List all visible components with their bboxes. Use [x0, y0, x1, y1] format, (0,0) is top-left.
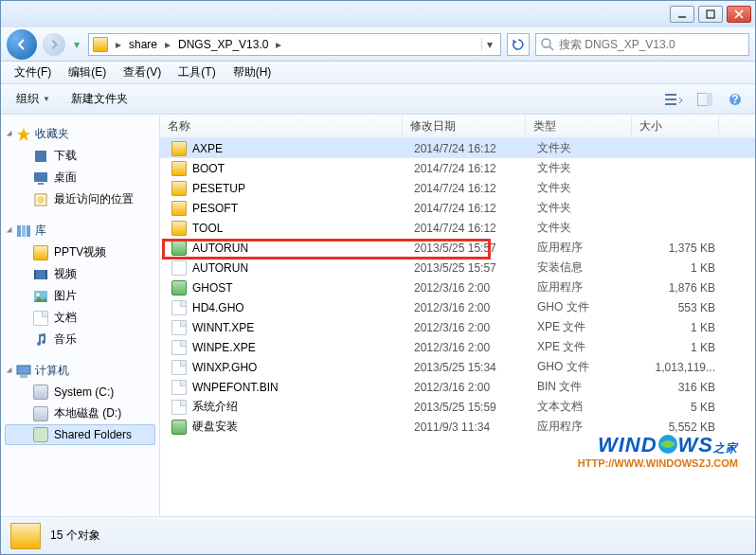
toolbar: 组织▼ 新建文件夹 ? [1, 84, 755, 115]
close-button[interactable] [727, 6, 751, 23]
cell-name: GHOST [164, 280, 406, 295]
computer-icon [16, 364, 31, 379]
file-row[interactable]: WINPE.XPE2012/3/16 2:00XPE 文件1 KB [160, 337, 755, 357]
explorer-window: ▾ ▸ share ▸ DNGS_XP_V13.0 ▸ ▾ 文件(F) 编辑(E… [0, 0, 756, 555]
file-row[interactable]: BOOT2014/7/24 16:12文件夹 [160, 158, 755, 178]
breadcrumb-seg-share[interactable]: share [123, 36, 163, 53]
file-row[interactable]: WNPEFONT.BIN2012/3/16 2:00BIN 文件316 KB [160, 377, 755, 397]
back-button[interactable] [7, 29, 37, 60]
history-dropdown[interactable]: ▾ [71, 38, 82, 51]
file-name: BOOT [192, 162, 225, 175]
maximize-button[interactable] [698, 6, 723, 23]
cell-type: 应用程序 [530, 240, 636, 256]
column-size[interactable]: 大小 [632, 116, 719, 137]
file-name: AUTORUN [192, 261, 248, 275]
file-row[interactable]: WINXP.GHO2013/5/25 15:34GHO 文件1,013,119.… [160, 357, 755, 377]
file-row[interactable]: HD4.GHO2012/3/16 2:00GHO 文件553 KB [160, 297, 755, 317]
sidebar-item-drive-c[interactable]: System (C:) [5, 382, 155, 403]
cell-date: 2014/7/24 16:12 [406, 202, 530, 215]
svg-rect-7 [665, 98, 676, 100]
sidebar-header-libraries[interactable]: 库 [5, 220, 155, 242]
file-row[interactable]: AXPE2014/7/24 16:12文件夹 [160, 138, 755, 158]
sidebar-item-documents[interactable]: 文档 [5, 307, 155, 329]
menu-tools[interactable]: 工具(T) [171, 62, 223, 83]
file-row[interactable]: GHOST2012/3/16 2:00应用程序1,876 KB [160, 278, 755, 297]
sidebar-header-computer[interactable]: 计算机 [5, 360, 155, 382]
svg-point-4 [542, 39, 550, 47]
file-row[interactable]: 硬盘安装2011/9/3 11:34应用程序5,552 KB [160, 417, 755, 437]
organize-button[interactable]: 组织▼ [9, 87, 58, 111]
sidebar-item-shared-folders[interactable]: Shared Folders [5, 424, 155, 445]
column-name[interactable]: 名称 [160, 116, 403, 137]
cell-name: PESETUP [164, 181, 406, 196]
new-folder-button[interactable]: 新建文件夹 [63, 87, 135, 111]
menu-help[interactable]: 帮助(H) [225, 62, 279, 83]
breadcrumb-root-chevron[interactable]: ▸ [114, 36, 123, 53]
chevron-down-icon: ▼ [43, 95, 50, 103]
navigation-bar: ▾ ▸ share ▸ DNGS_XP_V13.0 ▸ ▾ [1, 27, 755, 62]
disk-icon [33, 385, 48, 400]
menu-view[interactable]: 查看(V) [116, 62, 169, 83]
column-type[interactable]: 类型 [526, 116, 632, 137]
cell-name: AUTORUN [164, 260, 406, 276]
cell-type: 文件夹 [530, 200, 636, 216]
cell-type: 应用程序 [530, 279, 636, 295]
window-titlebar [1, 1, 755, 27]
newfolder-label: 新建文件夹 [71, 91, 128, 107]
sidebar-group-libraries: 库 PPTV视频 视频 图片 文档 音乐 [5, 220, 155, 350]
help-button[interactable]: ? [723, 89, 747, 110]
sidebar-item-videos[interactable]: 视频 [5, 263, 155, 285]
picture-icon [33, 289, 48, 304]
sidebar-label: 计算机 [35, 363, 69, 379]
preview-pane-button[interactable] [693, 89, 717, 110]
file-row[interactable]: 系统介绍2013/5/25 15:59文本文档5 KB [160, 397, 755, 417]
svg-rect-23 [45, 270, 47, 279]
sidebar-item-downloads[interactable]: 下载 [5, 145, 155, 167]
sidebar-header-favorites[interactable]: 收藏夹 [5, 123, 155, 145]
file-row[interactable]: PESOFT2014/7/24 16:12文件夹 [160, 198, 755, 218]
sidebar-item-music[interactable]: 音乐 [5, 329, 155, 350]
address-bar[interactable]: ▸ share ▸ DNGS_XP_V13.0 ▸ ▾ [88, 33, 501, 56]
svg-rect-27 [20, 375, 27, 378]
search-input[interactable] [559, 38, 745, 51]
watermark-url: HTTP://WWW.WINDOWSZJ.COM [578, 457, 738, 469]
cell-type: 文件夹 [530, 140, 636, 156]
sidebar-item-pptv[interactable]: PPTV视频 [5, 242, 155, 263]
column-date[interactable]: 修改日期 [403, 116, 526, 137]
cell-date: 2012/3/16 2:00 [406, 341, 530, 354]
svg-point-25 [36, 293, 40, 296]
search-box[interactable] [535, 33, 749, 56]
address-dropdown[interactable]: ▾ [481, 38, 496, 51]
breadcrumb: ▸ share ▸ DNGS_XP_V13.0 ▸ [114, 36, 476, 53]
status-text: 15 个对象 [50, 528, 100, 544]
chevron-right-icon[interactable]: ▸ [274, 36, 283, 53]
sidebar-item-desktop[interactable]: 桌面 [5, 167, 155, 188]
sidebar-item-drive-d[interactable]: 本地磁盘 (D:) [5, 403, 155, 424]
view-options-button[interactable] [662, 89, 687, 110]
file-list[interactable]: AXPE2014/7/24 16:12文件夹BOOT2014/7/24 16:1… [160, 138, 755, 516]
cell-name: PESOFT [164, 201, 406, 216]
file-name: WINNT.XPE [192, 321, 254, 334]
cell-date: 2014/7/24 16:12 [406, 222, 530, 235]
cell-type: 安装信息 [530, 260, 636, 276]
view-icon [665, 93, 684, 106]
file-row[interactable]: PESETUP2014/7/24 16:12文件夹 [160, 178, 755, 198]
svg-rect-15 [38, 183, 44, 185]
file-row[interactable]: WINNT.XPE2012/3/16 2:00XPE 文件1 KB [160, 317, 755, 337]
file-row[interactable]: AUTORUN2013/5/25 15:57安装信息1 KB [160, 258, 755, 278]
file-row[interactable]: AUTORUN2013/5/25 15:57应用程序1,375 KB [160, 238, 755, 258]
file-row[interactable]: TOOL2014/7/24 16:12文件夹 [160, 218, 755, 238]
menu-file[interactable]: 文件(F) [7, 62, 59, 83]
cell-date: 2012/3/16 2:00 [406, 301, 530, 314]
sidebar-item-recent[interactable]: 最近访问的位置 [5, 188, 155, 210]
minimize-button[interactable] [670, 6, 694, 23]
cell-type: GHO 文件 [530, 359, 636, 375]
cell-date: 2014/7/24 16:12 [406, 162, 530, 175]
folder-icon [171, 181, 187, 196]
menu-edit[interactable]: 编辑(E) [61, 62, 114, 83]
sidebar-item-pictures[interactable]: 图片 [5, 285, 155, 307]
refresh-button[interactable] [507, 33, 530, 56]
chevron-right-icon[interactable]: ▸ [163, 36, 172, 53]
forward-button[interactable] [43, 33, 65, 56]
breadcrumb-seg-current[interactable]: DNGS_XP_V13.0 [172, 36, 274, 53]
